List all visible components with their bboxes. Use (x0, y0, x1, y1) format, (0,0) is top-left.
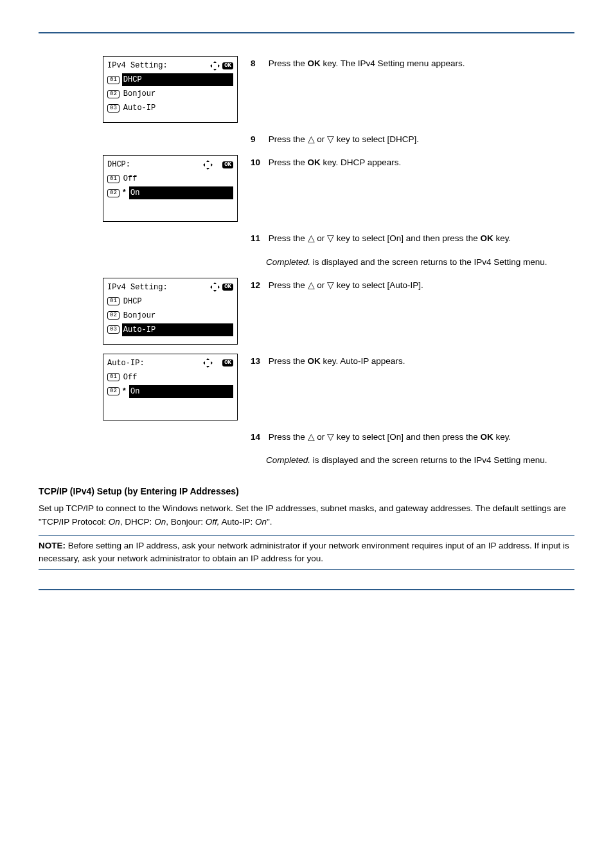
key-name: OK (480, 233, 493, 243)
section-text: , Bonjour: (166, 517, 206, 527)
step-number: 11 (251, 232, 266, 245)
step-text: key to select [On] and then press the (334, 432, 480, 442)
step-text: Press the (269, 280, 308, 290)
section-body: Set up TCP/IP to connect to the Windows … (39, 502, 574, 529)
step-text: key to select [On] and then press the (334, 233, 480, 243)
ok-icon: OK (222, 359, 233, 366)
step-number: 13 (251, 355, 266, 368)
ok-icon: OK (222, 161, 233, 168)
step-text: Press the (269, 158, 308, 167)
nav-arrows-icon (210, 61, 220, 71)
step-text: key to select [DHCP]. (334, 134, 419, 144)
lcd-title: DHCP: (107, 159, 130, 170)
step-11-text: 11 Press the △ or ▽ key to select [On] a… (238, 231, 574, 245)
option-num-icon: 02 (107, 189, 120, 197)
step-14-text: 14 Press the △ or ▽ key to select [On] a… (238, 429, 574, 444)
step-text: key. The IPv4 Setting menu appears. (321, 59, 465, 68)
option-num-icon: 02 (107, 387, 120, 395)
key-name: OK (308, 59, 321, 68)
status-completed: Completed. (266, 257, 310, 267)
step-11-followup: Completed. is displayed and the screen r… (39, 255, 574, 269)
lcd-option: On (129, 385, 233, 398)
key-name: OK (308, 158, 321, 167)
step-11-row: 11 Press the △ or ▽ key to select [On] a… (39, 231, 574, 245)
step-8-text: 8 Press the OK key. The IPv4 Setting men… (238, 56, 574, 70)
step-number: 14 (251, 431, 266, 444)
step-text: key. Auto-IP appears. (321, 356, 405, 366)
step-text: or (315, 432, 328, 442)
section-text: ". (267, 517, 272, 527)
step-number: 8 (251, 57, 266, 70)
lcd-option: DHCP (122, 295, 233, 308)
key-name: OK (308, 356, 321, 366)
setting-value: On (255, 517, 267, 527)
lcd-option: Off (122, 172, 233, 185)
step-text: Press the (269, 134, 308, 144)
step-10-row: DHCP: OK 01Off 02*On 10 Press the OK key… (39, 155, 574, 222)
option-num-icon: 01 (107, 76, 120, 84)
step-number: 10 (251, 156, 266, 169)
step-text: key. (493, 233, 511, 243)
key-name: OK (480, 432, 493, 442)
step-14b-text: Completed. is displayed and the screen r… (238, 453, 574, 467)
check-icon: * (122, 386, 127, 397)
step-text: or (315, 280, 328, 290)
lcd-ipv4-setting-1: IPv4 Setting: OK 01DHCP 02Bonjour 03Auto… (103, 56, 238, 123)
note-text: Before setting an IP address, ask your n… (39, 541, 569, 563)
step-text: is displayed and the screen returns to t… (310, 455, 547, 465)
nav-arrows-icon (210, 282, 220, 292)
step-9-row: 9 Press the △ or ▽ key to select [DHCP]. (39, 132, 574, 146)
option-num-icon: 03 (107, 104, 120, 113)
lcd-option: Auto-IP (122, 323, 233, 336)
step-text: or (315, 134, 328, 144)
setting-value: On (109, 517, 120, 527)
lcd-option: Bonjour (122, 309, 233, 322)
note-block: NOTE: Before setting an IP address, ask … (39, 535, 574, 570)
step-14-row: 14 Press the △ or ▽ key to select [On] a… (39, 429, 574, 444)
section-title: TCP/IP (IPv4) Setup (by Entering IP Addr… (39, 485, 574, 498)
step-9-text: 9 Press the △ or ▽ key to select [DHCP]. (238, 132, 574, 146)
setting-value: Off, (206, 517, 220, 527)
lcd-auto-ip: Auto-IP: OK 01Off 02*On (103, 354, 238, 420)
option-num-icon: 01 (107, 297, 120, 305)
step-text: Press the (269, 233, 308, 243)
note-label: NOTE: (39, 541, 66, 550)
step-text: Press the (269, 356, 308, 366)
nav-arrows-icon (203, 358, 213, 368)
setting-value: On (154, 517, 166, 527)
lcd-title: IPv4 Setting: (107, 282, 168, 293)
step-11b-text: Completed. is displayed and the screen r… (238, 255, 574, 269)
bottom-rule (39, 589, 574, 590)
step-number: 9 (251, 133, 266, 146)
option-num-icon: 02 (107, 90, 120, 98)
lcd-title: Auto-IP: (107, 357, 145, 369)
step-8-row: IPv4 Setting: OK 01DHCP 02Bonjour 03Auto… (39, 56, 574, 123)
lcd-option: DHCP (122, 73, 233, 86)
lcd-option: Auto-IP (122, 102, 233, 114)
step-text: key. DHCP appears. (321, 158, 402, 167)
check-icon: * (122, 187, 127, 199)
ok-icon: OK (222, 62, 233, 69)
step-text: is displayed and the screen returns to t… (310, 257, 547, 267)
step-text: key to select [Auto-IP]. (334, 280, 423, 290)
ok-icon: OK (222, 284, 233, 291)
option-num-icon: 01 (107, 373, 120, 381)
step-13-row: Auto-IP: OK 01Off 02*On 13 Press the OK … (39, 354, 574, 420)
top-rule (39, 32, 574, 33)
lcd-title: IPv4 Setting: (107, 60, 168, 71)
step-text: Press the (269, 59, 308, 68)
step-10-text: 10 Press the OK key. DHCP appears. (238, 155, 574, 215)
lcd-dhcp: DHCP: OK 01Off 02*On (103, 155, 238, 222)
section-text: , DHCP: (120, 517, 154, 527)
lcd-option: Off (122, 371, 233, 384)
option-num-icon: 03 (107, 325, 120, 334)
section-text: Auto-IP: (219, 517, 255, 527)
step-12-text: 12 Press the △ or ▽ key to select [Auto-… (238, 278, 574, 292)
step-12-row: IPv4 Setting: OK 01DHCP 02Bonjour 03Auto… (39, 278, 574, 345)
lcd-option: On (129, 186, 233, 199)
step-13-text: 13 Press the OK key. Auto-IP appears. (238, 354, 574, 414)
step-text: Press the (269, 432, 308, 442)
status-completed: Completed. (266, 455, 310, 465)
option-num-icon: 02 (107, 311, 120, 320)
step-text: or (315, 233, 328, 243)
